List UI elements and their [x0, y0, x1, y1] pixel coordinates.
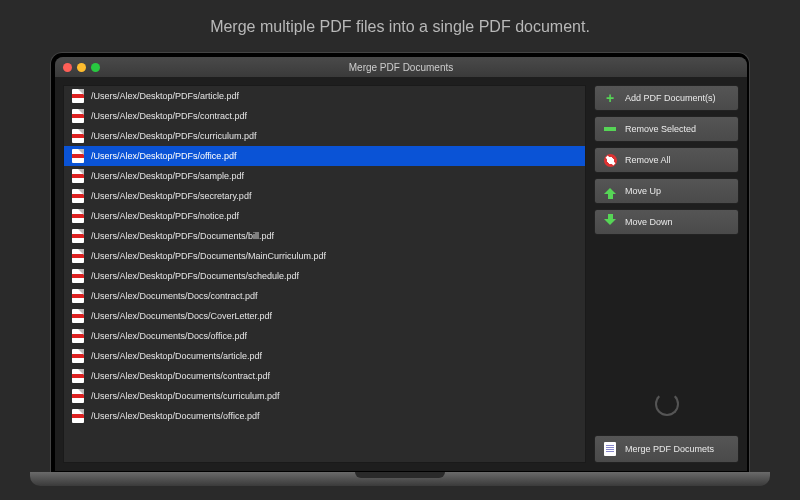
- titlebar: Merge PDF Documents: [55, 57, 747, 77]
- pdf-file-icon: [72, 129, 84, 143]
- arrow-up-icon: [603, 184, 617, 198]
- plus-icon: +: [603, 91, 617, 105]
- pdf-file-icon: [72, 89, 84, 103]
- file-path: /Users/Alex/Desktop/PDFs/sample.pdf: [91, 171, 244, 181]
- file-path: /Users/Alex/Desktop/PDFs/notice.pdf: [91, 211, 239, 221]
- marketing-tagline: Merge multiple PDF files into a single P…: [0, 0, 800, 36]
- file-path: /Users/Alex/Desktop/PDFs/Documents/sched…: [91, 271, 299, 281]
- file-list[interactable]: /Users/Alex/Desktop/PDFs/article.pdf/Use…: [63, 85, 586, 463]
- list-item[interactable]: /Users/Alex/Desktop/PDFs/secretary.pdf: [64, 186, 585, 206]
- file-path: /Users/Alex/Desktop/PDFs/curriculum.pdf: [91, 131, 257, 141]
- move-up-button[interactable]: Move Up: [594, 178, 739, 204]
- pdf-file-icon: [72, 329, 84, 343]
- pdf-file-icon: [72, 189, 84, 203]
- list-item[interactable]: /Users/Alex/Desktop/Documents/curriculum…: [64, 386, 585, 406]
- list-item[interactable]: /Users/Alex/Documents/Docs/office.pdf: [64, 326, 585, 346]
- list-item[interactable]: /Users/Alex/Desktop/PDFs/office.pdf: [64, 146, 585, 166]
- forbid-icon: [603, 153, 617, 167]
- remove-all-button[interactable]: Remove All: [594, 147, 739, 173]
- pdf-file-icon: [72, 209, 84, 223]
- pdf-file-icon: [72, 169, 84, 183]
- add-document-button[interactable]: + Add PDF Document(s): [594, 85, 739, 111]
- remove-selected-button[interactable]: Remove Selected: [594, 116, 739, 142]
- pdf-file-icon: [72, 369, 84, 383]
- arrow-down-icon: [603, 215, 617, 229]
- list-item[interactable]: /Users/Alex/Desktop/PDFs/article.pdf: [64, 86, 585, 106]
- button-label: Merge PDF Documets: [625, 444, 714, 454]
- file-path: /Users/Alex/Desktop/PDFs/Documents/MainC…: [91, 251, 326, 261]
- file-path: /Users/Alex/Desktop/PDFs/contract.pdf: [91, 111, 247, 121]
- list-item[interactable]: /Users/Alex/Documents/Docs/contract.pdf: [64, 286, 585, 306]
- merge-button[interactable]: Merge PDF Documets: [594, 435, 739, 463]
- list-item[interactable]: /Users/Alex/Desktop/PDFs/Documents/sched…: [64, 266, 585, 286]
- progress-spinner: [655, 392, 679, 416]
- list-item[interactable]: /Users/Alex/Desktop/Documents/office.pdf: [64, 406, 585, 426]
- file-path: /Users/Alex/Documents/Docs/contract.pdf: [91, 291, 258, 301]
- list-item[interactable]: /Users/Alex/Desktop/Documents/article.pd…: [64, 346, 585, 366]
- document-icon: [603, 442, 617, 456]
- app-window: Merge PDF Documents /Users/Alex/Desktop/…: [55, 57, 747, 471]
- minimize-icon[interactable]: [77, 63, 86, 72]
- pdf-file-icon: [72, 249, 84, 263]
- file-path: /Users/Alex/Desktop/Documents/contract.p…: [91, 371, 270, 381]
- minus-icon: [603, 122, 617, 136]
- file-path: /Users/Alex/Documents/Docs/office.pdf: [91, 331, 247, 341]
- pdf-file-icon: [72, 409, 84, 423]
- zoom-icon[interactable]: [91, 63, 100, 72]
- list-item[interactable]: /Users/Alex/Desktop/PDFs/curriculum.pdf: [64, 126, 585, 146]
- file-path: /Users/Alex/Desktop/Documents/article.pd…: [91, 351, 262, 361]
- button-label: Remove Selected: [625, 124, 696, 134]
- file-path: /Users/Alex/Desktop/PDFs/office.pdf: [91, 151, 236, 161]
- file-path: /Users/Alex/Documents/Docs/CoverLetter.p…: [91, 311, 272, 321]
- list-item[interactable]: /Users/Alex/Desktop/Documents/contract.p…: [64, 366, 585, 386]
- close-icon[interactable]: [63, 63, 72, 72]
- button-label: Remove All: [625, 155, 671, 165]
- button-label: Move Up: [625, 186, 661, 196]
- pdf-file-icon: [72, 109, 84, 123]
- list-item[interactable]: /Users/Alex/Desktop/PDFs/notice.pdf: [64, 206, 585, 226]
- button-label: Add PDF Document(s): [625, 93, 716, 103]
- pdf-file-icon: [72, 389, 84, 403]
- laptop-frame: Merge PDF Documents /Users/Alex/Desktop/…: [50, 52, 750, 486]
- list-item[interactable]: /Users/Alex/Desktop/PDFs/sample.pdf: [64, 166, 585, 186]
- move-down-button[interactable]: Move Down: [594, 209, 739, 235]
- pdf-file-icon: [72, 309, 84, 323]
- pdf-file-icon: [72, 149, 84, 163]
- button-label: Move Down: [625, 217, 673, 227]
- action-sidebar: + Add PDF Document(s) Remove Selected Re…: [594, 85, 739, 463]
- pdf-file-icon: [72, 229, 84, 243]
- file-path: /Users/Alex/Desktop/PDFs/article.pdf: [91, 91, 239, 101]
- file-path: /Users/Alex/Desktop/Documents/office.pdf: [91, 411, 259, 421]
- pdf-file-icon: [72, 269, 84, 283]
- list-item[interactable]: /Users/Alex/Desktop/PDFs/Documents/MainC…: [64, 246, 585, 266]
- file-path: /Users/Alex/Desktop/Documents/curriculum…: [91, 391, 280, 401]
- list-item[interactable]: /Users/Alex/Desktop/PDFs/Documents/bill.…: [64, 226, 585, 246]
- list-item[interactable]: /Users/Alex/Documents/Docs/CoverLetter.p…: [64, 306, 585, 326]
- file-path: /Users/Alex/Desktop/PDFs/secretary.pdf: [91, 191, 251, 201]
- window-title: Merge PDF Documents: [55, 62, 747, 73]
- file-path: /Users/Alex/Desktop/PDFs/Documents/bill.…: [91, 231, 274, 241]
- list-item[interactable]: /Users/Alex/Desktop/PDFs/contract.pdf: [64, 106, 585, 126]
- pdf-file-icon: [72, 349, 84, 363]
- pdf-file-icon: [72, 289, 84, 303]
